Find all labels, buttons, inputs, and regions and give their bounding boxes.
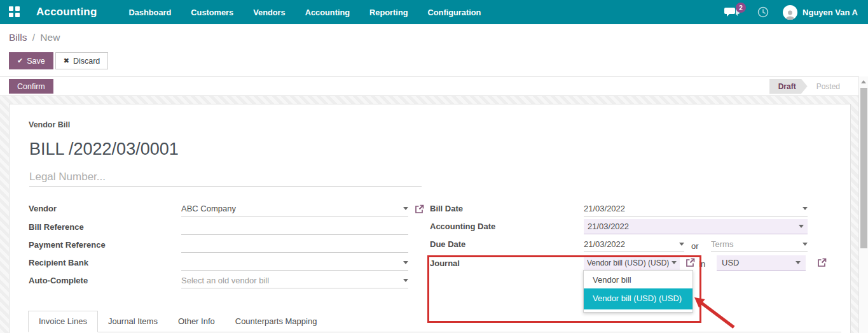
bill-date-value[interactable]: 21/03/2022	[584, 204, 799, 213]
vendor-dropdown-caret-icon[interactable]	[403, 207, 408, 210]
accounting-date-value[interactable]: 21/03/2022	[588, 222, 795, 231]
user-avatar[interactable]	[783, 5, 797, 20]
nav-item-dashboard[interactable]: Dashboard	[129, 8, 172, 17]
breadcrumb: Bills / New	[9, 32, 60, 43]
recipient-bank-dropdown-caret-icon[interactable]	[403, 261, 408, 264]
nav-item-configuration[interactable]: Configuration	[428, 8, 481, 17]
vendor-input[interactable]	[181, 204, 399, 213]
accounting-date-label: Accounting Date	[430, 222, 495, 231]
user-name[interactable]: Nguyen Van A	[803, 8, 858, 17]
journal-option-vendor-bill-usd[interactable]: Vendor bill (USD) (USD)	[584, 288, 692, 309]
x-icon: ✖	[64, 57, 69, 65]
messages-button[interactable]: 2	[724, 5, 741, 19]
due-date-value[interactable]: 21/03/2022	[584, 239, 675, 249]
breadcrumb-separator: /	[32, 32, 35, 43]
bill-reference-label: Bill Reference	[29, 222, 84, 232]
breadcrumb-bills-link[interactable]: Bills	[9, 32, 27, 43]
status-draft[interactable]: Draft	[769, 79, 808, 94]
tab-counterparts-mapping[interactable]: Counterparts Mapping	[225, 311, 327, 332]
app-title[interactable]: Accounting	[36, 6, 97, 18]
document-type-label: Vendor Bill	[29, 120, 70, 129]
nav-item-reporting[interactable]: Reporting	[369, 8, 408, 17]
accounting-date-field: 21/03/2022	[584, 219, 808, 234]
top-navbar: Accounting Dashboard Customers Vendors A…	[0, 0, 868, 24]
bill-date-label: Bill Date	[430, 204, 463, 213]
journal-option-vendor-bill[interactable]: Vendor bill	[584, 271, 692, 288]
status-pills: Draft Posted	[769, 79, 849, 94]
vertical-scrollbar[interactable]	[858, 76, 868, 333]
payment-terms-placeholder[interactable]: Terms	[711, 239, 799, 249]
tab-invoice-lines[interactable]: Invoice Lines	[28, 311, 98, 332]
due-date-or-text: or	[691, 241, 699, 251]
currency-selected-value: USD	[722, 258, 792, 267]
due-date-label: Due Date	[430, 239, 465, 249]
clock-icon	[757, 6, 769, 18]
record-actions: ✔ Save ✖ Discard	[9, 52, 108, 69]
bill-date-caret-icon[interactable]	[803, 207, 808, 210]
activities-button[interactable]	[757, 6, 769, 18]
auto-complete-dropdown-caret-icon[interactable]	[403, 279, 408, 282]
journal-label: Journal	[430, 259, 460, 268]
accounting-date-caret-icon[interactable]	[799, 225, 804, 228]
tab-other-info[interactable]: Other Info	[168, 311, 225, 332]
nav-item-vendors[interactable]: Vendors	[253, 8, 286, 17]
app-window: Accounting Dashboard Customers Vendors A…	[0, 0, 868, 333]
form-sheet	[9, 104, 851, 333]
breadcrumb-current: New	[40, 32, 60, 43]
scrollbar-thumb[interactable]	[860, 88, 867, 248]
due-date-field-line: 21/03/2022	[584, 237, 684, 252]
check-icon: ✔	[17, 57, 23, 65]
tab-journal-items[interactable]: Journal Items	[98, 311, 168, 332]
discard-button-label: Discard	[73, 57, 100, 66]
currency-select[interactable]: USD	[717, 255, 806, 271]
currency-external-link-icon[interactable]	[816, 257, 827, 268]
person-icon	[785, 9, 796, 20]
status-posted[interactable]: Posted	[808, 82, 849, 91]
journal-in-text: in	[699, 259, 705, 269]
bill-date-field-line: 21/03/2022	[584, 201, 808, 216]
navbar-right: 2 Nguyen Van A	[724, 5, 858, 20]
payment-terms-field-line: Terms	[711, 237, 808, 252]
main-menu: Dashboard Customers Vendors Accounting R…	[129, 8, 481, 17]
currency-caret-icon	[796, 261, 801, 264]
legal-number-input[interactable]	[29, 167, 422, 186]
discard-button[interactable]: ✖ Discard	[55, 52, 109, 69]
auto-complete-input[interactable]	[181, 276, 399, 285]
payment-reference-label: Payment Reference	[29, 240, 106, 250]
vendor-field-line	[181, 201, 408, 216]
nav-item-accounting[interactable]: Accounting	[305, 8, 350, 17]
legal-number-field-line	[29, 167, 422, 187]
payment-reference-input[interactable]	[181, 240, 408, 250]
auto-complete-field-line	[181, 273, 408, 288]
scrollbar-up-arrow-icon[interactable]	[859, 76, 868, 87]
recipient-bank-field-line	[181, 255, 408, 271]
save-button-label: Save	[27, 57, 45, 66]
auto-complete-label: Auto-Complete	[29, 276, 88, 285]
journal-dropdown-panel: Vendor bill Vendor bill (USD) (USD)	[583, 270, 693, 313]
nav-item-customers[interactable]: Customers	[191, 8, 233, 17]
confirm-button[interactable]: Confirm	[9, 79, 53, 94]
bill-number[interactable]: BILL /2022/03/0001	[29, 139, 179, 159]
bill-reference-input[interactable]	[181, 222, 408, 232]
bill-reference-field-line	[181, 220, 408, 235]
journal-selected-value: Vendor bill (USD) (USD)	[587, 259, 670, 267]
recipient-bank-label: Recipient Bank	[29, 258, 88, 267]
vendor-label: Vendor	[29, 204, 57, 213]
journal-external-link-icon[interactable]	[685, 257, 696, 268]
recipient-bank-input[interactable]	[181, 258, 399, 267]
payment-reference-field-line	[181, 237, 408, 253]
save-button[interactable]: ✔ Save	[9, 52, 53, 69]
payment-terms-caret-icon[interactable]	[803, 243, 808, 246]
apps-grid-icon[interactable]	[9, 6, 20, 18]
due-date-caret-icon[interactable]	[679, 243, 684, 246]
vendor-external-link-icon[interactable]	[414, 204, 425, 215]
notebook-tabs: Invoice Lines Journal Items Other Info C…	[28, 311, 841, 332]
messages-count-badge: 2	[736, 3, 746, 13]
journal-select[interactable]: Vendor bill (USD) (USD)	[584, 255, 680, 271]
journal-caret-icon	[672, 261, 677, 264]
statusbar: Confirm Draft Posted	[0, 76, 868, 96]
